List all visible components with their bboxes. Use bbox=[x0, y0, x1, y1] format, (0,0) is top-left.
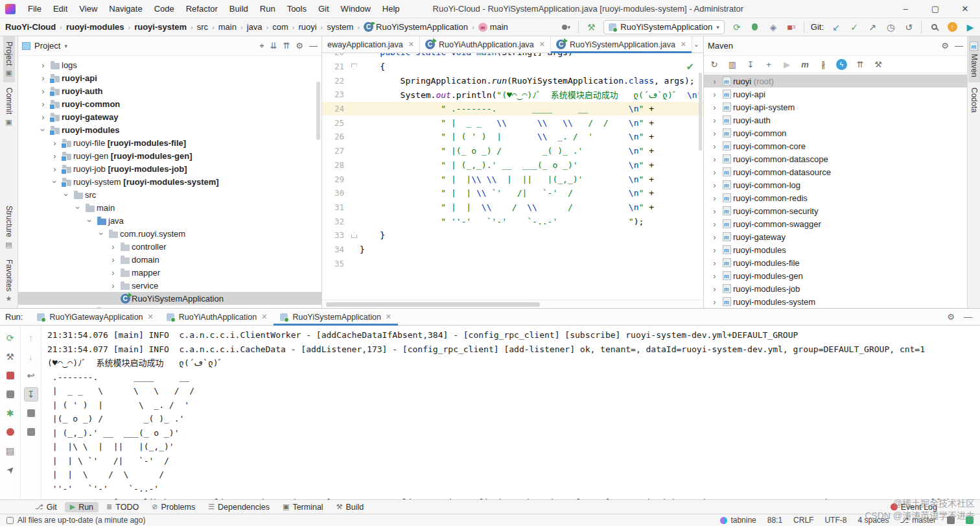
close-tab-icon[interactable]: ✕ bbox=[539, 40, 545, 49]
chevron-right-icon[interactable]: › bbox=[709, 90, 720, 99]
status-widget-utf-8[interactable]: UTF-8 bbox=[824, 516, 846, 525]
status-widget-master[interactable]: ⎇master bbox=[900, 516, 936, 525]
breadcrumb-item[interactable]: ruoyi-system bbox=[133, 22, 188, 32]
maven-row[interactable]: ›mruoyi-common-security bbox=[704, 204, 967, 217]
tree-row[interactable]: ›controller bbox=[18, 240, 321, 253]
breadcrumb-item[interactable]: java bbox=[246, 22, 264, 32]
sidebar-item-favorites[interactable]: Favorites★ bbox=[3, 254, 15, 308]
breadcrumb-item[interactable]: main bbox=[217, 22, 238, 32]
menu-run[interactable]: Run bbox=[254, 0, 281, 18]
maven-row[interactable]: ›mruoyi-modules-file bbox=[704, 256, 967, 269]
tree-row[interactable]: ›src bbox=[18, 188, 321, 201]
git-history-icon[interactable]: ◷ bbox=[885, 21, 896, 34]
status-widget-tabnine[interactable]: tabnine bbox=[720, 516, 756, 525]
expand-all-icon[interactable]: ⇊ bbox=[270, 41, 277, 51]
git-commit-icon[interactable]: ✓ bbox=[848, 21, 860, 34]
menu-refactor[interactable]: Refactor bbox=[180, 0, 224, 18]
maven-row[interactable]: ›mruoyi-modules-gen bbox=[704, 269, 967, 282]
chevron-right-icon[interactable]: › bbox=[38, 60, 49, 70]
menu-build[interactable]: Build bbox=[224, 0, 254, 18]
chevron-right-icon[interactable]: › bbox=[49, 164, 60, 174]
chevron-down-icon[interactable]: › bbox=[85, 215, 95, 226]
maven-row[interactable]: ›mruoyi-gateway bbox=[704, 230, 967, 243]
close-tab-icon[interactable]: ✕ bbox=[681, 40, 686, 49]
status-widget-4-spaces[interactable]: 4 spaces bbox=[858, 516, 889, 525]
code-line[interactable]: 28 " | (_,_).' __ ___(_ o _)' \n" + bbox=[322, 158, 703, 173]
maximize-button[interactable]: ▢ bbox=[920, 0, 950, 18]
menu-window[interactable]: Window bbox=[335, 0, 377, 18]
chevron-right-icon[interactable]: › bbox=[108, 281, 119, 291]
code-line[interactable]: 32 " ''-' `'-' `-..-' "); bbox=[322, 214, 703, 228]
tree-row[interactable]: ›com.ruoyi.system bbox=[18, 227, 321, 240]
chevron-down-icon[interactable]: › bbox=[50, 176, 60, 187]
plugin-status-icon[interactable] bbox=[966, 516, 974, 524]
chevron-down-icon[interactable]: › bbox=[62, 189, 71, 200]
breadcrumb-item[interactable]: ruoyi bbox=[297, 22, 318, 32]
run-icon[interactable]: ▶ bbox=[782, 60, 792, 69]
tree-row[interactable]: ›service bbox=[18, 279, 321, 292]
menu-tools[interactable]: Tools bbox=[281, 0, 312, 18]
maven-row[interactable]: ›mruoyi-api bbox=[704, 88, 967, 101]
chevron-right-icon[interactable]: › bbox=[709, 206, 720, 216]
run-console[interactable]: 21:31:54.076 [main] INFO c.a.n.c.c.i.Cli… bbox=[41, 326, 980, 499]
event-log-button[interactable]: Event Log bbox=[891, 503, 980, 512]
chevron-down-icon[interactable]: › bbox=[38, 125, 48, 136]
fold-marker-icon[interactable] bbox=[351, 64, 357, 69]
add-icon[interactable]: + bbox=[764, 60, 774, 69]
run-tab[interactable]: RuoYiGatewayApplication✕ bbox=[30, 309, 159, 325]
maven-row[interactable]: ›mruoyi-api-system bbox=[704, 101, 967, 114]
chevron-right-icon[interactable]: › bbox=[709, 284, 720, 294]
breadcrumb-item[interactable]: RuoYi-Cloud bbox=[4, 22, 57, 32]
refresh-icon[interactable]: ↻ bbox=[709, 60, 719, 69]
maven-row[interactable]: ›mruoyi-modules bbox=[704, 243, 967, 256]
hide-panel-icon[interactable]: — bbox=[955, 41, 963, 51]
stop-icon[interactable] bbox=[3, 368, 18, 383]
maven-row[interactable]: ›mruoyi-common bbox=[704, 126, 967, 139]
chevron-down-icon[interactable]: › bbox=[97, 228, 106, 239]
chevron-right-icon[interactable]: › bbox=[38, 99, 49, 109]
code-line[interactable]: 22 SpringApplication.run(RuoYiSystemAppl… bbox=[322, 73, 703, 88]
toolwindow-button-problems[interactable]: ⊘Problems bbox=[146, 502, 200, 512]
close-button[interactable]: ✕ bbox=[950, 0, 980, 18]
chevron-right-icon[interactable]: › bbox=[709, 193, 720, 203]
tree-row[interactable]: ›ruoyi-system [ruoyi-modules-system] bbox=[18, 175, 321, 188]
collapse-all-icon[interactable]: ⇈ bbox=[283, 41, 290, 51]
tree-row[interactable]: ›ruoyi-gateway bbox=[18, 110, 321, 123]
menu-file[interactable]: File bbox=[22, 0, 47, 18]
select-opened-file-icon[interactable]: ⌖ bbox=[259, 41, 264, 51]
close-tab-icon[interactable]: ✕ bbox=[261, 313, 267, 321]
chevron-right-icon[interactable]: › bbox=[49, 151, 60, 161]
editor-tab[interactable]: ewayApplication.java✕ bbox=[322, 36, 420, 53]
download-icon[interactable]: ↧ bbox=[745, 60, 756, 69]
code-line[interactable]: 20 public static void main(String[] args… bbox=[322, 53, 703, 60]
chevron-right-icon[interactable]: › bbox=[709, 167, 720, 177]
soft-wrap-icon[interactable]: ↩ bbox=[24, 368, 38, 383]
stop-button-icon[interactable]: ■3 bbox=[786, 21, 797, 34]
tabs-list-icon[interactable]: ⌄ bbox=[694, 40, 699, 49]
build-hammer-icon[interactable]: ⚒ bbox=[585, 21, 597, 34]
chevron-right-icon[interactable]: › bbox=[709, 297, 720, 307]
chevron-right-icon[interactable]: › bbox=[38, 73, 49, 83]
breadcrumb-item[interactable]: src bbox=[196, 22, 209, 32]
git-update-icon[interactable]: ↙ bbox=[830, 21, 842, 34]
breadcrumb-item[interactable]: system bbox=[325, 22, 355, 32]
edit-configuration-wrench-icon[interactable]: ⚒ bbox=[3, 350, 18, 364]
tree-row[interactable]: ›ruoyi-file [ruoyi-modules-file] bbox=[18, 136, 321, 149]
coverage-icon[interactable]: ◈ bbox=[767, 21, 779, 34]
tree-row[interactable]: ›java bbox=[18, 214, 321, 227]
breadcrumb-item[interactable]: com bbox=[271, 22, 290, 32]
next-occurrence-icon[interactable]: ↓ bbox=[24, 350, 38, 364]
git-rollback-icon[interactable]: ↺ bbox=[903, 21, 915, 34]
chevron-right-icon[interactable]: › bbox=[709, 219, 720, 229]
editor-tab[interactable]: CRuoYiSystemApplication.java✕ bbox=[551, 36, 692, 53]
chevron-down-icon[interactable]: › bbox=[73, 202, 83, 213]
skip-tests-icon[interactable]: ∦ bbox=[818, 60, 828, 69]
layout-settings-icon[interactable]: ▤ bbox=[3, 444, 18, 458]
tree-row[interactable]: ›ruoyi-common bbox=[18, 97, 321, 110]
code-line[interactable]: 35 bbox=[322, 256, 703, 270]
update-available-icon[interactable]: ↑ bbox=[946, 21, 958, 34]
toolwindow-button-dependencies[interactable]: ☰Dependencies bbox=[203, 502, 275, 512]
chevron-right-icon[interactable]: › bbox=[709, 77, 720, 86]
tree-row[interactable]: ›domain bbox=[18, 253, 321, 266]
breadcrumb-item[interactable]: mmain bbox=[477, 22, 509, 32]
